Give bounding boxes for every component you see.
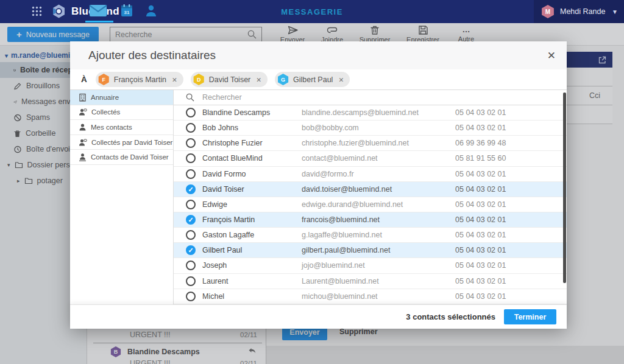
contact-checkbox[interactable]: [186, 292, 196, 301]
person-book-icon: [79, 153, 87, 161]
contact-phone: 05 81 91 55 60: [455, 154, 506, 163]
contacts-search-row[interactable]: [174, 90, 567, 105]
contacts-table: Blandine Descamps blandine.descamps@blue…: [174, 90, 567, 304]
nav-item-collectes[interactable]: Collectés: [70, 105, 173, 121]
recipient-avatar: G: [277, 74, 289, 85]
contact-email: christophe.fuzier@bluemind.net: [302, 139, 409, 147]
contact-row[interactable]: Edwige edwige.durand@bluemind.net 05 04 …: [174, 197, 567, 212]
contacts-rows: Blandine Descamps blandine.descamps@blue…: [174, 105, 567, 304]
contact-name: Bob Johns: [202, 124, 238, 132]
contact-phone: 05 04 03 02 01: [455, 200, 506, 209]
app-title: MESSAGERIE: [0, 7, 624, 16]
search-icon: [186, 93, 194, 102]
contact-name: David Formo: [202, 170, 246, 178]
contact-row[interactable]: Michel michou@bluemind.net 05 04 03 02 0…: [174, 289, 567, 304]
dialog-footer: 3 contacts sélectionnés Terminer: [70, 304, 567, 329]
contact-checkbox[interactable]: [186, 261, 196, 270]
contact-checkbox[interactable]: [186, 184, 196, 194]
contact-checkbox[interactable]: [186, 108, 196, 117]
contact-row[interactable]: Christophe Fuzier christophe.fuzier@blue…: [174, 136, 567, 151]
recipient-name: David Toiser: [209, 75, 251, 84]
top-navbar: BlueMind 31 MESSAGERIE M Mehdi Rande ▼: [0, 0, 624, 23]
recipient-name: Gilbert Paul: [293, 75, 333, 84]
user-menu[interactable]: M Mehdi Rande ▼: [534, 0, 624, 23]
contact-name: Laurent: [202, 277, 228, 285]
contact-row[interactable]: Gaston Lagaffe g.lagaffe@bluemind.net 05…: [174, 228, 567, 243]
recipient-name: François Martin: [114, 75, 166, 84]
add-recipients-dialog: Ajouter des destinataires ✕ À F François…: [70, 41, 567, 329]
contact-phone: 06 99 36 99 48: [455, 139, 506, 147]
contact-email: blandine.descamps@bluemind.net: [302, 108, 419, 117]
contact-checkbox[interactable]: [186, 200, 196, 209]
contact-row[interactable]: Bob Johns bob@bobby.com 05 04 03 02 01: [174, 121, 567, 136]
nav-item-collectes-par-david-toiser[interactable]: Collectés par David Toiser: [70, 135, 173, 150]
contact-name: François Martin: [202, 215, 255, 224]
contact-row[interactable]: David Formo david@formo.fr 05 04 03 02 0…: [174, 167, 567, 182]
contact-checkbox[interactable]: [186, 245, 196, 255]
contact-email: jojo@bluemind.net: [302, 261, 365, 270]
contact-phone: 05 04 03 02 01: [455, 277, 506, 285]
bluemind-app: BlueMind 31 MESSAGERIE M Mehdi Rande ▼ +…: [0, 0, 624, 364]
contact-checkbox[interactable]: [186, 276, 196, 286]
contact-phone: 05 04 03 02 01: [455, 231, 506, 239]
contact-name: Gaston Lagaffe: [202, 231, 254, 239]
nav-item-mes-contacts[interactable]: Mes contacts: [70, 120, 173, 135]
contact-name: Joseph: [202, 261, 227, 270]
close-icon[interactable]: ✕: [547, 49, 556, 62]
contact-checkbox[interactable]: [186, 169, 196, 179]
contact-phone: 05 04 03 02 01: [455, 261, 506, 270]
contact-checkbox[interactable]: [186, 230, 196, 240]
recipient-chip[interactable]: D David Toiser ✕: [191, 72, 268, 87]
user-avatar: M: [541, 5, 555, 18]
contact-phone: 05 04 03 02 01: [455, 292, 506, 301]
contact-email: contact@bluemind.net: [302, 154, 378, 163]
contact-row[interactable]: Laurent Laurent@bluemind.net 05 04 03 02…: [174, 274, 567, 289]
recipients-field[interactable]: À F François Martin ✕ D David Toiser ✕ G…: [70, 69, 567, 90]
contacts-search-input[interactable]: [202, 93, 567, 102]
contact-checkbox[interactable]: [186, 153, 196, 163]
collected-contacts-icon: [79, 108, 87, 116]
user-name: Mehdi Rande: [560, 7, 606, 16]
contact-phone: 05 04 03 02 01: [455, 185, 506, 194]
contact-row[interactable]: David Toiser david.toiser@bluemind.net 0…: [174, 182, 567, 197]
recipient-chip[interactable]: F François Martin ✕: [96, 72, 183, 87]
contact-name: Edwige: [202, 200, 227, 209]
contact-email: Laurent@bluemind.net: [302, 277, 379, 285]
contact-row[interactable]: Gilbert Paul gilbert.paul@bluemind.net 0…: [174, 243, 567, 258]
contact-checkbox[interactable]: [186, 215, 196, 225]
contact-checkbox[interactable]: [186, 138, 196, 148]
remove-recipient-icon[interactable]: ✕: [172, 76, 177, 83]
contact-email: david.toiser@bluemind.net: [302, 185, 392, 194]
contact-name: Gilbert Paul: [202, 246, 242, 254]
contact-checkbox[interactable]: [186, 123, 196, 133]
table-scrollbar[interactable]: [563, 93, 566, 283]
recipient-avatar: F: [98, 74, 110, 85]
contact-row[interactable]: Joseph jojo@bluemind.net 05 04 03 02 01: [174, 258, 567, 273]
chevron-down-icon: ▼: [612, 9, 618, 15]
contact-phone: 05 04 03 02 01: [455, 124, 506, 132]
to-label: À: [81, 75, 87, 84]
contact-phone: 05 04 03 02 01: [455, 246, 506, 254]
nav-item-contacts-de-david-toiser[interactable]: Contacts de David Toiser: [70, 150, 173, 165]
dialog-header: Ajouter des destinataires ✕: [70, 41, 567, 69]
contact-row[interactable]: Contact BlueMind contact@bluemind.net 05…: [174, 151, 567, 166]
contact-phone: 05 04 03 02 01: [455, 215, 506, 224]
contact-phone: 05 04 03 02 01: [455, 170, 506, 178]
contact-name: Contact BlueMind: [202, 154, 263, 163]
contact-email: edwige.durand@bluemind.net: [302, 200, 403, 209]
done-button[interactable]: Terminer: [504, 309, 556, 324]
dialog-title: Ajouter des destinataires: [88, 49, 547, 62]
recipient-chip[interactable]: G Gilbert Paul ✕: [275, 72, 350, 87]
nav-item-annuaire[interactable]: Annuaire: [70, 90, 173, 105]
selection-count: 3 contacts sélectionnés: [406, 312, 495, 321]
contact-name: David Toiser: [202, 185, 244, 194]
contact-row[interactable]: Blandine Descamps blandine.descamps@blue…: [174, 105, 567, 121]
remove-recipient-icon[interactable]: ✕: [256, 76, 261, 83]
contact-email: gilbert.paul@bluemind.net: [302, 246, 390, 254]
contact-row[interactable]: François Martin francois@bluemind.net 05…: [174, 212, 567, 228]
contact-name: Michel: [202, 292, 224, 301]
remove-recipient-icon[interactable]: ✕: [338, 76, 344, 83]
contact-name: Blandine Descamps: [202, 108, 270, 117]
contact-email: david@formo.fr: [302, 170, 354, 178]
person-icon: [79, 123, 87, 131]
